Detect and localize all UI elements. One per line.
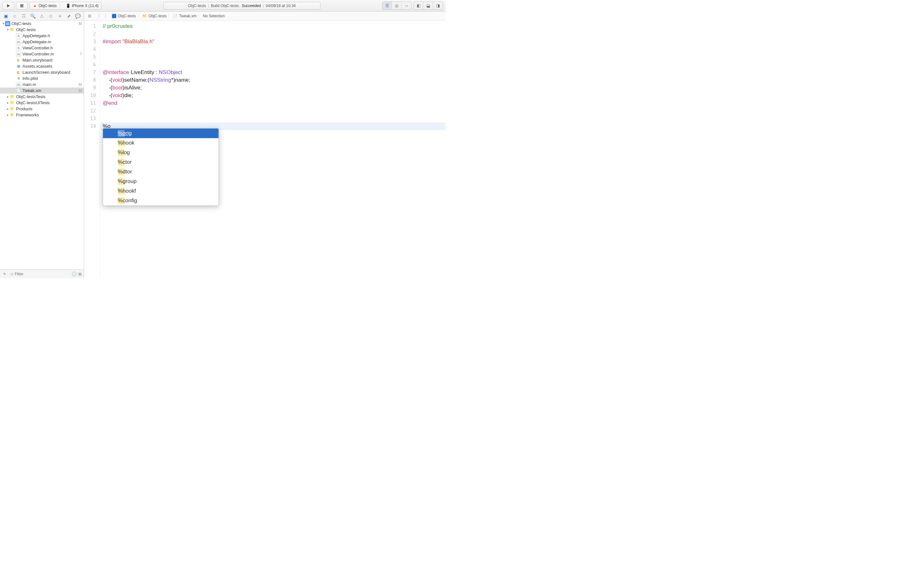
- code-line[interactable]: @interface LiveEntity : NSObject: [100, 69, 446, 76]
- scheme-selector[interactable]: 🔺 ObjC-tests 〉 📱 iPhone X (11.4): [29, 2, 102, 10]
- recent-filter-button[interactable]: 🕘: [71, 271, 77, 276]
- forward-button[interactable]: 〉: [103, 13, 109, 19]
- line-number[interactable]: 2: [84, 30, 100, 38]
- scm-filter-button[interactable]: ▣: [78, 271, 82, 276]
- line-number[interactable]: 10: [84, 92, 100, 99]
- run-button[interactable]: [3, 2, 14, 10]
- tree-row[interactable]: mmain.mM: [0, 81, 84, 87]
- crumb-project[interactable]: ObjC-tests: [118, 14, 136, 18]
- disclosure-triangle[interactable]: ▾: [1, 22, 5, 25]
- toggle-utilities-button[interactable]: ◨: [433, 2, 443, 10]
- disclosure-triangle[interactable]: ▸: [6, 113, 10, 117]
- autocomplete-row[interactable]: %dtor: [103, 167, 218, 177]
- tree-row[interactable]: ▾📁ObjC-tests: [0, 27, 84, 33]
- test-navigator-tab[interactable]: ◇: [47, 13, 55, 19]
- add-button[interactable]: ＋: [2, 271, 7, 277]
- filter-input[interactable]: [15, 272, 68, 276]
- code-line[interactable]: // pr0crustes: [100, 23, 446, 30]
- tree-row[interactable]: hViewController.h: [0, 45, 84, 51]
- stop-button[interactable]: [16, 2, 27, 10]
- report-navigator-tab[interactable]: 💬: [74, 13, 81, 19]
- panel-visibility-group: ◧ ⬓ ◨: [414, 2, 443, 10]
- tree-row[interactable]: ▸📁Products: [0, 106, 84, 112]
- autocomplete-row[interactable]: %orig: [103, 129, 218, 138]
- activity-viewer[interactable]: ObjC-tests | Build ObjC-tests: Succeeded…: [163, 2, 320, 10]
- autocomplete-row[interactable]: %log: [103, 148, 218, 157]
- line-number[interactable]: 5: [84, 53, 100, 61]
- breadcrumb[interactable]: 🟦 ObjC-tests 〉 📁 ObjC-tests 〉 📄 Tweak.xm…: [111, 13, 225, 19]
- code-line[interactable]: -(void)setName:(NSString*)name;: [100, 76, 446, 84]
- tree-row[interactable]: hAppDelegate.h: [0, 33, 84, 39]
- code-line[interactable]: -(bool)isAlive;: [100, 84, 446, 92]
- assistant-editor-button[interactable]: ◎: [392, 2, 402, 10]
- tree-row[interactable]: mAppDelegate.m: [0, 39, 84, 45]
- disclosure-triangle[interactable]: ▾: [6, 28, 10, 31]
- issue-navigator-tab[interactable]: ⚠: [38, 13, 45, 19]
- tree-row[interactable]: ▸📁ObjC-testsTests: [0, 93, 84, 100]
- toggle-debug-button[interactable]: ⬓: [423, 2, 433, 10]
- project-icon: 🟦: [111, 14, 116, 18]
- scheme-target: ObjC-tests: [39, 3, 57, 8]
- standard-editor-button[interactable]: ☰: [383, 2, 392, 10]
- file-tree[interactable]: ▾▤ObjC-testsM▾📁ObjC-testshAppDelegate.hm…: [0, 21, 84, 269]
- version-editor-button[interactable]: ↔: [402, 2, 411, 10]
- line-number[interactable]: 13: [84, 115, 100, 122]
- code-line[interactable]: [100, 107, 446, 115]
- crumb-file[interactable]: Tweak.xm: [179, 14, 196, 18]
- code-line[interactable]: -(void)die;: [100, 92, 446, 99]
- line-number[interactable]: 1: [84, 23, 100, 30]
- tree-row[interactable]: ◧LaunchScreen.storyboard: [0, 69, 84, 75]
- code-line[interactable]: #import "BlaBlaBla.h": [100, 38, 446, 45]
- code-line[interactable]: @end: [100, 99, 446, 107]
- source-control-navigator-tab[interactable]: ⎌: [11, 13, 18, 19]
- tree-row[interactable]: 📄Tweak.xmM: [0, 87, 84, 93]
- related-items-button[interactable]: ⊞: [87, 13, 92, 18]
- tree-row[interactable]: ▾▤ObjC-testsM: [0, 21, 84, 27]
- autocomplete-row[interactable]: %hook: [103, 138, 218, 148]
- autocomplete-row[interactable]: %group: [103, 177, 218, 186]
- line-number[interactable]: 4: [84, 45, 100, 53]
- tree-row[interactable]: ◧Main.storyboard: [0, 57, 84, 63]
- line-number[interactable]: 14: [84, 122, 100, 130]
- autocomplete-row[interactable]: %ctor: [103, 157, 218, 167]
- line-number[interactable]: 8: [84, 76, 100, 84]
- navigator-footer: ＋ ⊙ 🕘 ▣: [0, 269, 84, 278]
- line-number[interactable]: 6: [84, 61, 100, 69]
- tree-row[interactable]: ▸📁Frameworks: [0, 112, 84, 118]
- toggle-navigator-button[interactable]: ◧: [414, 2, 423, 10]
- disclosure-triangle[interactable]: ▸: [6, 101, 10, 105]
- line-number[interactable]: 7: [84, 69, 100, 76]
- crumb-symbol[interactable]: No Selection: [203, 14, 225, 18]
- file-label: Tweak.xm: [23, 88, 78, 93]
- autocomplete-popup[interactable]: %orig%hook%log%ctor%dtor%group%hookf%con…: [103, 128, 219, 206]
- disclosure-triangle[interactable]: ▸: [6, 107, 10, 111]
- breakpoint-navigator-tab[interactable]: ⬈: [65, 13, 73, 19]
- code-editor[interactable]: // pr0crustes#import "BlaBlaBla.h"@inter…: [100, 21, 446, 278]
- symbol-navigator-tab[interactable]: ☶: [20, 13, 27, 19]
- code-line[interactable]: [100, 61, 446, 69]
- completion-text: %log: [118, 149, 130, 156]
- line-gutter[interactable]: 1234567891011121314: [84, 21, 100, 278]
- autocomplete-row[interactable]: %hookf: [103, 186, 218, 196]
- code-line[interactable]: [100, 53, 446, 61]
- tree-row[interactable]: ▦Assets.xcassets: [0, 63, 84, 69]
- line-number[interactable]: 3: [84, 38, 100, 45]
- tree-row[interactable]: ≣Info.plist: [0, 75, 84, 81]
- find-navigator-tab[interactable]: 🔍: [29, 13, 36, 19]
- code-line[interactable]: [100, 45, 446, 53]
- tree-row[interactable]: mViewController.m?: [0, 51, 84, 57]
- code-line[interactable]: [100, 30, 446, 38]
- code-line[interactable]: [100, 115, 446, 122]
- crumb-folder[interactable]: ObjC-tests: [149, 14, 167, 18]
- autocomplete-row[interactable]: %config: [103, 196, 218, 205]
- disclosure-triangle[interactable]: ▸: [6, 95, 10, 98]
- line-number[interactable]: 11: [84, 99, 100, 107]
- debug-navigator-tab[interactable]: ≡: [57, 13, 63, 19]
- line-number[interactable]: 12: [84, 107, 100, 115]
- device-icon: 📱: [66, 3, 71, 8]
- back-button[interactable]: 〈: [95, 13, 101, 19]
- project-navigator-tab[interactable]: ▣: [2, 13, 9, 19]
- tree-row[interactable]: ▸📁ObjC-testsUITests: [0, 100, 84, 106]
- line-number[interactable]: 9: [84, 84, 100, 92]
- file-icon: ◧: [16, 58, 21, 63]
